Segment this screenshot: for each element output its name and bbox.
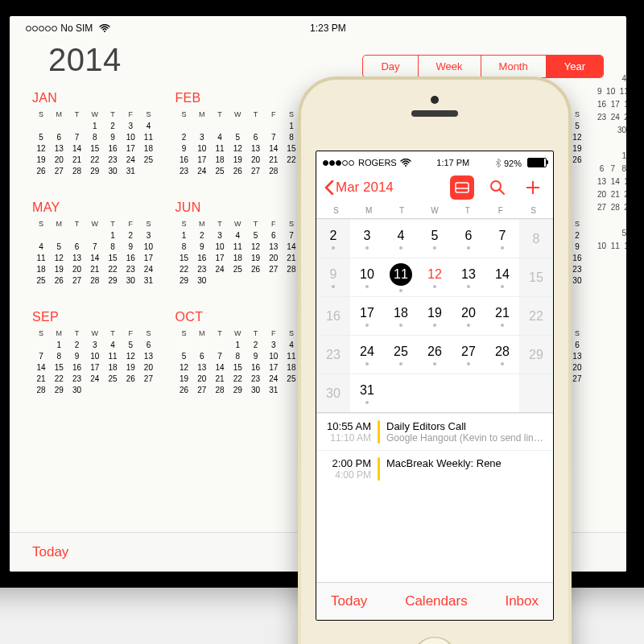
day-cell[interactable]: 30 (316, 374, 350, 412)
iphone-tab-bar: Today Calendars Inbox (316, 582, 553, 620)
event-time: 2:00 PM4:00 PM (324, 457, 371, 481)
day-cell[interactable]: 9 (316, 258, 350, 296)
event-color-bar (378, 457, 380, 481)
day-cell[interactable]: 24 (350, 336, 384, 374)
day-cell[interactable]: 28 (485, 336, 519, 374)
back-button[interactable]: Mar 2014 (324, 180, 394, 196)
weekday-label: F (484, 206, 517, 215)
day-cell[interactable]: 4 (384, 220, 418, 258)
event-dot-icon (501, 246, 504, 250)
seg-day[interactable]: Day (363, 56, 418, 77)
svg-line-5 (500, 190, 504, 194)
month-block[interactable]: OCTSMTWTFS123456789101112131415161718192… (175, 310, 319, 407)
carrier-text: No SIM (60, 23, 93, 34)
event-dot-icon (501, 324, 504, 327)
list-view-button[interactable] (450, 175, 474, 200)
svg-point-4 (491, 181, 501, 191)
day-cell[interactable]: 20 (452, 297, 485, 335)
weekday-header: SMTWTFS (316, 206, 553, 219)
iphone-nav-bar: Mar 2014 (316, 172, 553, 206)
chevron-left-icon (324, 180, 334, 195)
month-block[interactable]: FEBSMTWTFS123456789101112131415161718192… (175, 91, 319, 188)
carrier-label: No SIM (26, 23, 110, 34)
month-label: JUN (175, 200, 301, 215)
weekday-label: S (517, 206, 550, 215)
event-dot-icon (399, 362, 402, 365)
day-cell[interactable]: 19 (418, 297, 452, 335)
day-cell[interactable]: 23 (316, 336, 350, 374)
seg-year[interactable]: Year (547, 56, 603, 77)
signal-icon (323, 158, 355, 167)
day-cell[interactable]: 10 (350, 258, 384, 296)
back-label: Mar 2014 (336, 180, 394, 196)
search-button[interactable] (485, 175, 510, 200)
day-cell[interactable]: 21 (485, 297, 519, 335)
day-cell[interactable]: 11 (384, 258, 418, 296)
event-title: MacBreak Weekly: Rene (386, 457, 545, 469)
event-dot-icon (467, 362, 470, 365)
event-time: 10:55 AM11:10 AM (324, 420, 371, 444)
today-button[interactable]: Today (331, 593, 367, 609)
day-cell[interactable]: 25 (384, 336, 418, 374)
day-cell (485, 374, 519, 412)
carrier-text: ROGERS (358, 158, 397, 167)
month-calendar[interactable]: 2345678910111213141516171819202122232425… (316, 219, 553, 413)
bluetooth-icon (495, 159, 502, 167)
day-cell[interactable]: 7 (485, 220, 519, 258)
day-cell[interactable]: 26 (418, 336, 452, 374)
event-row[interactable]: 10:55 AM11:10 AMDaily Editors CallGoogle… (316, 413, 553, 450)
day-cell[interactable]: 12 (418, 258, 452, 296)
weekday-label: S (320, 206, 353, 215)
day-cell (452, 374, 485, 412)
event-dot-icon (467, 285, 470, 288)
month-block[interactable]: JUNSMTWTFS123456789101112131415161718192… (175, 200, 319, 297)
event-dot-icon (501, 285, 504, 288)
day-cell[interactable]: 2 (316, 220, 350, 258)
add-button[interactable] (521, 175, 545, 200)
day-cell[interactable]: 29 (519, 336, 553, 374)
month-block[interactable]: JANSMTWTFS123456789101112131415161718192… (32, 91, 175, 188)
day-cell[interactable]: 8 (519, 220, 553, 258)
day-cell[interactable]: 6 (452, 220, 485, 258)
weekday-label: W (419, 206, 452, 215)
month-label: OCT (175, 310, 301, 324)
search-icon (489, 180, 506, 196)
svg-rect-2 (456, 183, 469, 192)
event-title: Daily Editors Call (386, 420, 545, 432)
month-label: MAY (32, 200, 158, 215)
event-dot-icon (433, 246, 436, 250)
month-block[interactable]: SEPSMTWTFS123456789101112131415161718192… (32, 310, 175, 407)
event-dot-icon (332, 285, 335, 288)
day-cell[interactable]: 18 (384, 297, 418, 335)
day-cell (384, 374, 418, 412)
month-label: SEP (32, 310, 158, 324)
wifi-icon (99, 24, 110, 32)
event-list[interactable]: 10:55 AM11:10 AMDaily Editors CallGoogle… (316, 413, 553, 487)
day-cell[interactable]: 22 (519, 297, 553, 335)
day-cell[interactable]: 5 (418, 220, 452, 258)
event-dot-icon (467, 324, 470, 327)
event-dot-icon (433, 285, 436, 288)
calendars-button[interactable]: Calendars (405, 593, 468, 609)
day-cell[interactable]: 31 (350, 374, 384, 412)
event-dot-icon (332, 246, 335, 250)
ipad-status-bar: No SIM 1:23 PM (10, 16, 626, 37)
day-cell[interactable]: 17 (350, 297, 384, 335)
month-label: JAN (32, 91, 158, 105)
iphone-home-button[interactable] (411, 637, 458, 644)
day-cell[interactable]: 13 (452, 258, 485, 296)
view-segmented-control[interactable]: Day Week Month Year (362, 55, 604, 78)
day-cell[interactable]: 3 (350, 220, 384, 258)
today-button[interactable]: Today (32, 544, 68, 560)
event-dot-icon (365, 246, 369, 250)
day-cell[interactable]: 14 (485, 258, 519, 296)
event-row[interactable]: 2:00 PM4:00 PMMacBreak Weekly: Rene (316, 450, 553, 487)
camera-icon (431, 96, 439, 104)
month-block[interactable]: MAYSMTWTFS123456789101112131415161718192… (32, 200, 175, 297)
day-cell[interactable]: 27 (452, 336, 485, 374)
day-cell[interactable]: 16 (316, 297, 350, 335)
seg-month[interactable]: Month (481, 56, 547, 77)
day-cell[interactable]: 15 (519, 258, 553, 296)
seg-week[interactable]: Week (419, 56, 481, 77)
inbox-button[interactable]: Inbox (505, 593, 539, 609)
